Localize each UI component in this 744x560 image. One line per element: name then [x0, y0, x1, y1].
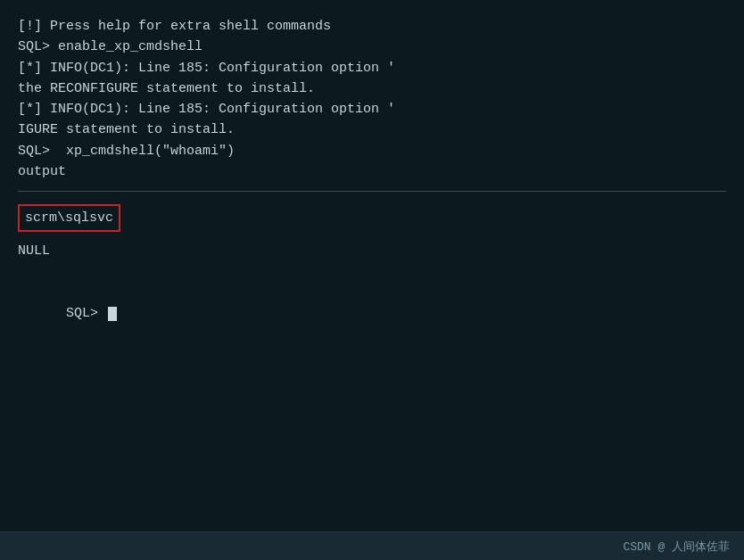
terminal-line-7: SQL> xp_cmdshell("whoami") [18, 141, 726, 161]
terminal-line-6: IGURE statement to install. [18, 119, 726, 140]
highlighted-value: scrm\sqlsvc [18, 204, 120, 232]
terminal-line-2: SQL> enable_xp_cmdshell [18, 37, 726, 57]
prompt-text: SQL> [66, 306, 106, 321]
highlighted-result-row: scrm\sqlsvc [18, 201, 726, 235]
terminal-line-3: [*] INFO(DC1): Line 185: Configuration o… [18, 58, 726, 78]
footer-bar: CSDN @ 人间体佐菲 [0, 531, 744, 560]
terminal-body: [!] Press help for extra shell commands … [0, 0, 744, 531]
footer-text: CSDN @ 人间体佐菲 [623, 539, 730, 555]
terminal-line-5: [*] INFO(DC1): Line 185: Configuration o… [18, 99, 726, 119]
terminal-line-1: [!] Press help for extra shell commands [18, 16, 726, 37]
null-line: NULL [18, 241, 726, 261]
terminal-container: [!] Press help for extra shell commands … [0, 0, 744, 560]
prompt-line: SQL> [18, 283, 726, 345]
terminal-divider [18, 191, 726, 192]
terminal-line-4: the RECONFIGURE statement to install. [18, 78, 726, 99]
cursor-block [108, 307, 117, 321]
terminal-line-8: output [18, 161, 726, 182]
